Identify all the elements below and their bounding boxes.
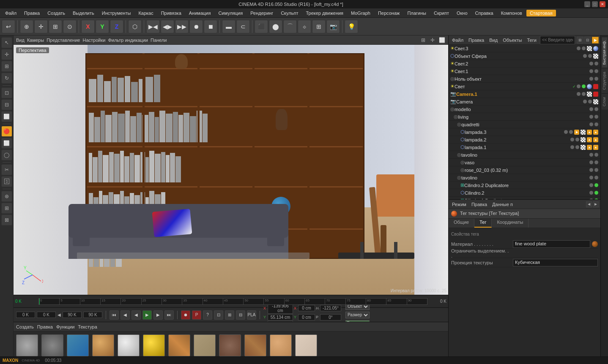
- attr-menu-data[interactable]: Данные п: [490, 202, 515, 207]
- vis-dot-2[interactable]: [594, 77, 598, 81]
- goto-start[interactable]: ⏮: [110, 310, 119, 320]
- vp-menu-cameras[interactable]: Камеры: [27, 38, 44, 43]
- pla-btn[interactable]: PLA: [247, 310, 256, 320]
- viewport[interactable]: Перспектива Интервал рлтра: 10000 с. 25 …: [14, 45, 448, 295]
- object-row-12[interactable]: ⬡ lampada.2 ▲▲: [449, 136, 600, 144]
- prim-cube[interactable]: ⬛: [255, 20, 268, 33]
- vis-dot-1[interactable]: [583, 100, 587, 103]
- obj-tool2[interactable]: ⊂: [236, 20, 250, 33]
- object-row-14[interactable]: ◎ tavolino: [449, 151, 600, 159]
- sidebar-knife[interactable]: ✂: [1, 164, 12, 175]
- vis-dot-1[interactable]: [589, 160, 593, 164]
- axis-y[interactable]: Y: [96, 20, 109, 33]
- om-menu-edit[interactable]: Правка: [467, 38, 486, 43]
- om-menu-file[interactable]: Файл: [450, 38, 465, 43]
- vp-menu-panels[interactable]: Панели: [151, 38, 167, 43]
- om-menu-view[interactable]: Вид: [487, 38, 499, 43]
- goto-end[interactable]: ⏭: [164, 310, 174, 320]
- end-frame[interactable]: 90 K: [63, 312, 82, 318]
- object-row-2[interactable]: ☀ Свет.2: [449, 60, 600, 68]
- size-y[interactable]: 0 cm: [298, 314, 315, 321]
- vis-dot-1[interactable]: [589, 107, 593, 111]
- anim-tool4[interactable]: ⏺: [189, 20, 203, 33]
- sidebar-rect[interactable]: ⬜: [1, 138, 12, 149]
- menu-start[interactable]: Стартовая: [526, 10, 556, 16]
- vp-move[interactable]: ✛: [429, 36, 436, 44]
- om-icon2[interactable]: ⊟: [584, 37, 591, 43]
- om-icon1[interactable]: ⊞: [577, 37, 583, 43]
- anim-tool2[interactable]: ◀▶: [161, 20, 174, 33]
- close-button[interactable]: ✕: [600, 1, 605, 7]
- far-tab-quick-info[interactable]: Быстрая инф.: [602, 37, 608, 68]
- vis-dot-2[interactable]: [594, 69, 598, 73]
- path-btn[interactable]: ⊡: [214, 310, 223, 320]
- menu-sculpt[interactable]: Скульпт: [277, 10, 301, 16]
- vis-dot-2[interactable]: [588, 54, 592, 58]
- rot-p[interactable]: 0°: [320, 314, 341, 321]
- object-row-6[interactable]: 📷 Camera.1: [449, 90, 600, 98]
- play-back[interactable]: ◀: [131, 310, 141, 320]
- select-tool[interactable]: ⊕: [20, 20, 33, 33]
- attr-material-value[interactable]: fine wood plate: [513, 240, 590, 248]
- far-tab-structure[interactable]: Структура: [602, 69, 608, 93]
- sidebar-tex-paint[interactable]: ⊛: [1, 191, 12, 202]
- menu-help[interactable]: Справка: [472, 10, 497, 16]
- anim-tool1[interactable]: ▶◀: [146, 20, 160, 33]
- sidebar-edges[interactable]: ⊟: [1, 99, 12, 110]
- rotate-tool[interactable]: ⊙: [63, 20, 77, 33]
- vis-dot-2[interactable]: [594, 107, 598, 111]
- prim-gen[interactable]: ⊞: [312, 20, 326, 33]
- vis-dot-2[interactable]: [594, 115, 598, 119]
- object-row-9[interactable]: ◎ living: [449, 113, 600, 121]
- vis-dot-1[interactable]: [589, 183, 593, 187]
- mat-menu-func[interactable]: Функции: [56, 324, 74, 329]
- object-row-3[interactable]: ☀ Свет.1: [449, 68, 600, 75]
- object-row-17[interactable]: ◎ tavolino: [449, 174, 600, 182]
- vis-dot-1[interactable]: [589, 62, 593, 65]
- menu-snap[interactable]: Привязка: [158, 10, 185, 16]
- object-row-8[interactable]: ◎ modello: [449, 106, 600, 113]
- menu-window[interactable]: Окно: [453, 10, 471, 16]
- play-fwd[interactable]: ▶: [142, 310, 152, 320]
- sidebar-rotate[interactable]: ↻: [1, 73, 12, 84]
- menu-create[interactable]: Создать: [44, 10, 68, 16]
- obj-space[interactable]: ⬡: [128, 20, 142, 33]
- menu-mesh[interactable]: Каркас: [135, 10, 156, 16]
- attr-icon2[interactable]: ▶: [593, 201, 599, 207]
- sidebar-select-live[interactable]: 🔴: [1, 126, 12, 137]
- vis-dot-1[interactable]: [589, 191, 593, 195]
- attr-icon1[interactable]: ◀: [586, 201, 592, 207]
- vis-dot-2[interactable]: [594, 160, 598, 164]
- sidebar-poly[interactable]: ⬜: [1, 111, 12, 122]
- vis-dot-2[interactable]: [569, 130, 573, 134]
- sidebar-move[interactable]: ✛: [1, 49, 12, 60]
- axis-x[interactable]: X: [81, 20, 95, 33]
- vis-dot-2[interactable]: [575, 145, 579, 149]
- vp-menu-display[interactable]: Представление: [47, 38, 80, 43]
- vp-maximize[interactable]: ⊞: [419, 36, 427, 44]
- sidebar-points[interactable]: ⊡: [1, 87, 12, 98]
- undo-button[interactable]: ↩: [2, 20, 15, 33]
- object-row-13[interactable]: ⬡ lampada.1 ▲▲: [449, 144, 600, 151]
- vis-dot-2[interactable]: [594, 191, 598, 195]
- sidebar-scale[interactable]: ⊞: [1, 61, 12, 72]
- render-btn[interactable]: 💡: [345, 20, 358, 33]
- vis-dot-1[interactable]: [583, 54, 587, 58]
- timeline[interactable]: 0 K 051015202530354045505560657075808590…: [14, 295, 448, 307]
- menu-anim[interactable]: Анимация: [186, 10, 214, 16]
- sidebar-magnet[interactable]: 🅂: [1, 176, 12, 187]
- attr-menu-mode[interactable]: Режим: [450, 202, 468, 207]
- size-dropdown[interactable]: Размер: [345, 312, 370, 318]
- object-row-11[interactable]: ⬡ lampada.3 ▶▲▲: [449, 128, 600, 136]
- vis-dot-1[interactable]: [577, 46, 581, 50]
- pos-y[interactable]: 55.134 cm: [268, 314, 293, 321]
- om-icon3[interactable]: ▶: [592, 37, 599, 43]
- prev-frame[interactable]: ◀: [121, 310, 130, 320]
- start-frame[interactable]: 0 K: [37, 312, 56, 318]
- om-object-list[interactable]: ☀ Свет.3 ⬡ Объект Сфера ☀ Свет.2: [449, 45, 600, 199]
- object-row-15[interactable]: ◎ vaso: [449, 159, 600, 166]
- record-pos[interactable]: P: [192, 310, 201, 320]
- vis-dot-1[interactable]: [570, 145, 574, 149]
- object-row-18[interactable]: ⊞ Cilindro.2 Duplicatore: [449, 182, 600, 189]
- vis-dot-2[interactable]: [582, 84, 586, 88]
